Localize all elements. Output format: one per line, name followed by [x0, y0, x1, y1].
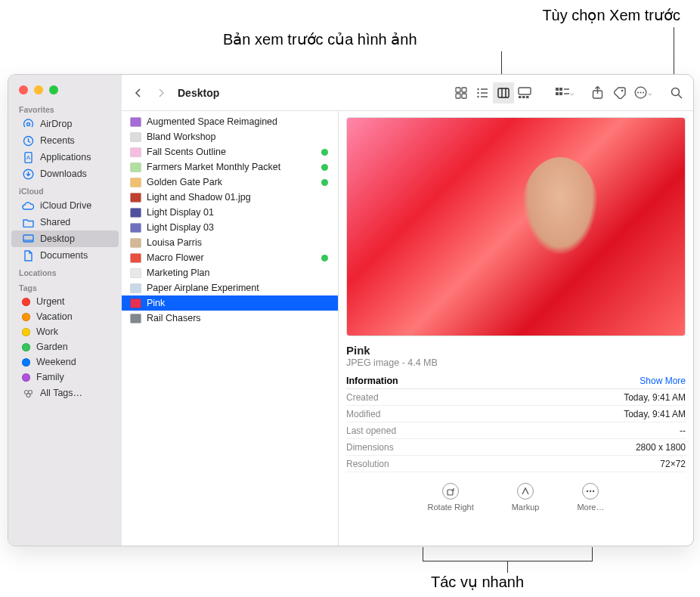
- file-item[interactable]: Bland Workshop: [122, 129, 338, 144]
- sidebar-item-label: iCloud Drive: [40, 200, 91, 211]
- icon-view-button[interactable]: [451, 82, 472, 104]
- file-item[interactable]: Rail Chasers: [122, 311, 338, 326]
- quick-action-label: More…: [577, 503, 604, 512]
- main-area: Desktop ⌵ ⌵ Augmented Space Reimagined B…: [122, 75, 693, 546]
- sidebar-tag[interactable]: Work: [11, 324, 119, 339]
- sidebar-item-doc[interactable]: Documents: [11, 247, 119, 264]
- file-icon: [129, 206, 141, 218]
- sidebar-item-clock[interactable]: Recents: [11, 132, 119, 149]
- svg-rect-46: [130, 193, 141, 202]
- sidebar-item-all-tags[interactable]: All Tags…: [11, 385, 119, 401]
- callout-line: [507, 561, 508, 573]
- file-icon: [129, 176, 141, 188]
- file-item[interactable]: Macro Flower: [122, 250, 338, 265]
- quick-action-more[interactable]: More…: [577, 483, 604, 512]
- file-item[interactable]: Farmers Market Monthly Packet: [122, 159, 338, 175]
- sidebar-tag[interactable]: Vacation: [11, 309, 119, 324]
- sidebar-item-label: Desktop: [40, 234, 75, 244]
- svg-point-9: [26, 393, 30, 397]
- group-button[interactable]: ⌵: [553, 82, 576, 104]
- sidebar-item-label: Weekend: [36, 357, 76, 367]
- file-item[interactable]: Paper Airplane Experiment: [122, 280, 338, 295]
- window-title: Desktop: [178, 87, 219, 99]
- svg-point-37: [640, 92, 642, 94]
- sidebar-item-airdrop[interactable]: AirDrop: [11, 116, 119, 132]
- svg-rect-41: [130, 117, 141, 126]
- column-view-button[interactable]: [493, 82, 514, 104]
- tag-dot-icon: [22, 298, 30, 306]
- file-label: Louisa Parris: [147, 237, 330, 248]
- file-item[interactable]: Pink: [122, 295, 338, 311]
- tag-dot-icon: [22, 328, 30, 336]
- preview-pane: Pink JPEG image - 4.4 MB Information Sho…: [339, 111, 693, 546]
- sidebar-item-cloud[interactable]: iCloud Drive: [11, 197, 119, 214]
- info-value: Today, 9:41 AM: [624, 409, 686, 419]
- list-view-button[interactable]: [472, 82, 493, 104]
- sidebar: Favorites AirDrop Recents A Applications…: [8, 75, 122, 546]
- file-label: Paper Airplane Experiment: [147, 283, 330, 293]
- svg-rect-27: [556, 88, 559, 91]
- preview-image[interactable]: [346, 117, 686, 336]
- tag-indicator-icon: [321, 164, 328, 171]
- back-button[interactable]: [128, 82, 149, 104]
- callout-image-preview: Bản xem trước của hình ảnh: [223, 30, 417, 48]
- file-label: Light and Shadow 01.jpg: [147, 192, 330, 203]
- show-more-link[interactable]: Show More: [640, 376, 686, 386]
- file-item[interactable]: Golden Gate Park: [122, 175, 338, 190]
- file-label: Pink: [147, 298, 330, 308]
- sidebar-item-label: Shared: [40, 217, 70, 227]
- svg-rect-31: [559, 92, 562, 95]
- sidebar-item-download[interactable]: Downloads: [11, 165, 119, 182]
- minimize-button[interactable]: [34, 85, 43, 94]
- file-label: Light Display 01: [147, 207, 330, 218]
- file-label: Fall Scents Outline: [147, 147, 316, 157]
- info-key: Dimensions: [346, 442, 394, 453]
- file-item[interactable]: Light and Shadow 01.jpg: [122, 190, 338, 205]
- more-button[interactable]: ⌵: [632, 82, 654, 104]
- quick-action-markup[interactable]: Markup: [512, 483, 540, 512]
- svg-point-18: [477, 95, 479, 97]
- svg-rect-12: [456, 94, 460, 98]
- info-row: Created Today, 9:41 AM: [346, 389, 686, 406]
- forward-button[interactable]: [150, 82, 172, 104]
- close-button[interactable]: [19, 85, 28, 94]
- file-label: Macro Flower: [147, 252, 316, 263]
- quick-action-rotate[interactable]: Rotate Right: [428, 483, 474, 512]
- svg-line-40: [679, 94, 683, 98]
- file-icon: [129, 312, 141, 324]
- zoom-button[interactable]: [49, 85, 58, 94]
- sidebar-item-folder[interactable]: Shared: [11, 214, 119, 230]
- file-item[interactable]: Light Display 01: [122, 205, 338, 220]
- all-tags-icon: [22, 387, 34, 399]
- rotate-icon: [442, 483, 459, 500]
- sidebar-item-label: Garden: [36, 342, 68, 352]
- tag-button[interactable]: [609, 82, 630, 104]
- svg-rect-23: [519, 88, 531, 94]
- svg-point-38: [643, 92, 644, 94]
- sidebar-item-desktop[interactable]: Desktop: [11, 230, 119, 247]
- window-controls: [8, 75, 122, 101]
- file-item[interactable]: Fall Scents Outline: [122, 144, 338, 159]
- sidebar-tag[interactable]: Garden: [11, 339, 119, 354]
- file-icon: [129, 297, 141, 309]
- sidebar-item-label: Documents: [40, 250, 88, 261]
- sidebar-item-apps[interactable]: A Applications: [11, 149, 119, 165]
- svg-point-34: [621, 89, 624, 91]
- svg-rect-51: [130, 268, 141, 277]
- sidebar-item-label: Recents: [40, 135, 75, 146]
- file-item[interactable]: Light Display 03: [122, 220, 338, 235]
- sidebar-tag[interactable]: Family: [11, 370, 119, 385]
- view-switcher: [451, 82, 535, 104]
- share-button[interactable]: [587, 82, 608, 104]
- file-label: Bland Workshop: [147, 131, 330, 142]
- file-label: Light Display 03: [147, 222, 330, 233]
- search-button[interactable]: [666, 82, 687, 104]
- sidebar-tag[interactable]: Urgent: [11, 294, 119, 309]
- sidebar-tag[interactable]: Weekend: [11, 354, 119, 370]
- file-item[interactable]: Louisa Parris: [122, 235, 338, 250]
- file-item[interactable]: Marketing Plan: [122, 265, 338, 280]
- svg-rect-48: [130, 223, 141, 232]
- svg-rect-53: [130, 298, 141, 308]
- gallery-view-button[interactable]: [514, 82, 535, 104]
- file-item[interactable]: Augmented Space Reimagined: [122, 114, 338, 129]
